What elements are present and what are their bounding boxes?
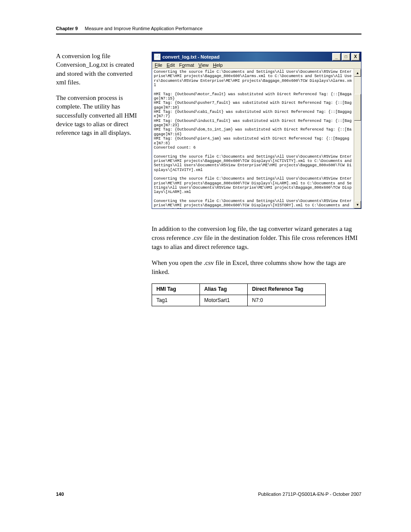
chapter-title: Measure and Improve Runtime Application … — [85, 26, 202, 31]
th-direct: Direct Reference Tag — [248, 284, 326, 295]
notepad-window: 📄 convert_log.txt - Notepad _ □ X File E… — [152, 52, 361, 209]
maximize-button[interactable]: □ — [342, 53, 350, 61]
menu-file[interactable]: File — [155, 62, 162, 68]
scroll-thumb[interactable] — [354, 94, 361, 121]
notepad-title: convert_log.txt - Notepad — [162, 54, 220, 59]
chapter-label: Chapter 9 — [56, 26, 78, 31]
publication-info: Publication 2711P-QS001A-EN-P - October … — [258, 492, 361, 497]
notepad-menubar: File Edit Format View Help — [152, 62, 361, 69]
th-hmi: HMI Tag — [152, 284, 200, 295]
scroll-up-button[interactable]: ▲ — [354, 69, 361, 77]
td-direct: N7:0 — [248, 295, 326, 306]
scrollbar[interactable]: ▲ ▼ — [354, 69, 361, 208]
scroll-down-button[interactable]: ▼ — [354, 201, 361, 208]
td-hmi: Tag1 — [152, 295, 200, 306]
scroll-track[interactable] — [354, 77, 361, 201]
td-alias: MotorSart1 — [200, 295, 248, 306]
body-p2: When you open the .csv file in Excel, th… — [152, 258, 361, 277]
th-alias: Alias Tag — [200, 284, 248, 295]
page-footer: 140 Publication 2711P-QS001A-EN-P - Octo… — [56, 492, 361, 497]
page-number: 140 — [56, 492, 64, 497]
side-p1: A conversion log file Conversion_Log.txt… — [56, 52, 141, 87]
notepad-titlebar[interactable]: 📄 convert_log.txt - Notepad _ □ X — [152, 52, 361, 62]
body-p1: In addition to the conversion log file, … — [152, 224, 361, 252]
table-row: Tag1 MotorSart1 N7:0 — [152, 295, 326, 306]
menu-help[interactable]: Help — [213, 62, 223, 68]
page-header: Chapter 9 Measure and Improve Runtime Ap… — [56, 26, 361, 34]
tag-cross-ref-table: HMI Tag Alias Tag Direct Reference Tag T… — [152, 283, 326, 306]
menu-edit[interactable]: Edit — [167, 62, 175, 68]
close-button[interactable]: X — [351, 53, 360, 61]
side-description: A conversion log file Conversion_Log.txt… — [56, 52, 141, 144]
side-p2: The conversion process is complete. The … — [56, 93, 141, 137]
notepad-icon: 📄 — [154, 53, 161, 60]
menu-view[interactable]: View — [199, 62, 209, 68]
notepad-content[interactable]: Converting the source file C:\Documents … — [152, 69, 354, 208]
table-header-row: HMI Tag Alias Tag Direct Reference Tag — [152, 284, 326, 295]
minimize-button[interactable]: _ — [332, 53, 341, 61]
menu-format[interactable]: Format — [179, 62, 194, 68]
